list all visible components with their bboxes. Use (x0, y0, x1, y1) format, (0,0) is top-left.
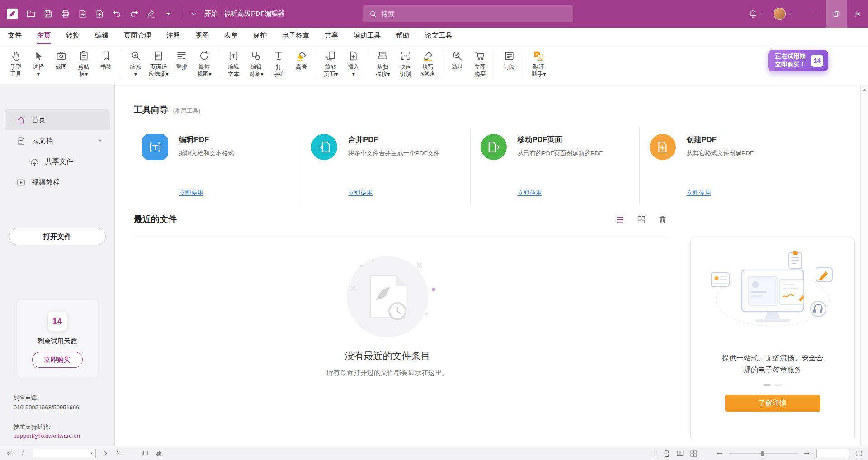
edit-object-button[interactable]: 编辑对象▾ (245, 50, 268, 79)
buy-cart-button[interactable]: 立即购买 (469, 50, 491, 79)
typewriter-button[interactable]: 打字机 (268, 50, 290, 79)
use-now-link[interactable]: 立即使用 (348, 189, 373, 197)
continuous-icon[interactable] (663, 450, 670, 457)
page-number-field[interactable] (33, 449, 90, 458)
page-number-input[interactable] (33, 449, 96, 458)
carousel-dot-1[interactable] (764, 384, 771, 386)
use-now-link[interactable]: 立即使用 (518, 189, 542, 197)
print-icon[interactable] (61, 9, 70, 19)
insert-button[interactable]: 插入▾ (342, 50, 365, 79)
search-input[interactable] (381, 10, 567, 18)
slider-thumb[interactable] (761, 451, 764, 456)
facing-icon[interactable] (676, 450, 684, 457)
menu-item-form[interactable]: 表单 (224, 28, 238, 44)
caret-down-icon[interactable] (788, 12, 793, 16)
grid-view-icon[interactable] (637, 215, 646, 224)
snapshot-button[interactable]: 截图 (50, 50, 72, 71)
menu-item-comment[interactable]: 注释 (166, 28, 180, 44)
sidebar-item-shared-files[interactable]: 共享文件 (5, 151, 110, 172)
menu-item-help[interactable]: 帮助 (396, 28, 410, 44)
learn-more-button[interactable]: 了解详情 (725, 395, 820, 412)
menu-item-esign[interactable]: 电子签章 (282, 28, 309, 44)
caret-down-icon[interactable] (98, 138, 103, 143)
edit-text-button[interactable]: 编辑文本 (222, 50, 245, 79)
facing-continuous-icon[interactable] (690, 450, 698, 457)
scanner-button[interactable]: 从扫描仪▾ (372, 50, 394, 79)
select-button[interactable]: 选择▾ (27, 50, 50, 79)
rotate-view-button[interactable]: 旋转视图▾ (193, 50, 216, 79)
hand-tool-button[interactable]: 手型工具 (5, 50, 27, 79)
minimize-button[interactable] (804, 0, 826, 28)
toolbar-chevron-icon[interactable] (189, 9, 198, 19)
zoom-in-icon[interactable] (803, 450, 811, 457)
esign-icon[interactable] (146, 9, 156, 19)
menu-item-view[interactable]: 视图 (195, 28, 209, 44)
ocr-button[interactable]: OCR快速识别 (394, 50, 417, 79)
zoom-button[interactable]: 缩放▾ (124, 50, 147, 79)
menu-item-convert[interactable]: 转换 (66, 28, 80, 44)
doc-create-icon[interactable] (95, 9, 104, 19)
carousel-dot-2[interactable] (774, 384, 782, 386)
zoom-out-icon[interactable] (716, 450, 723, 457)
sidebar-item-video-tutorials[interactable]: 视频教程 (5, 172, 110, 193)
fullscreen-icon[interactable] (855, 450, 863, 457)
fill-sign-button[interactable]: 填写&签名 (417, 50, 439, 79)
folder-open-icon[interactable] (26, 9, 36, 19)
use-now-link[interactable]: 立即使用 (687, 189, 711, 197)
trial-badge[interactable]: 正在试用期 立即购买！ 14 (768, 50, 829, 71)
buy-now-button[interactable]: 立即购买 (32, 352, 83, 368)
clipboard-button[interactable]: 剪贴板▾ (72, 50, 95, 79)
list-view-icon[interactable] (615, 215, 625, 224)
activate-button[interactable]: 激活 (446, 50, 469, 71)
use-now-link[interactable]: 立即使用 (179, 189, 203, 197)
redo-icon[interactable] (129, 9, 139, 19)
subscribe-button[interactable]: 订阅 (498, 50, 521, 71)
reflow-button[interactable]: 重排 (170, 50, 193, 71)
scroll-up-icon[interactable] (863, 87, 866, 91)
menu-item-page-organize[interactable]: 页面管理 (124, 28, 151, 44)
caret-down-icon[interactable] (90, 451, 94, 455)
menu-item-share[interactable]: 共享 (325, 28, 338, 44)
menu-item-protect[interactable]: 保护 (253, 28, 267, 44)
restore-button[interactable] (826, 0, 847, 28)
page-copy-icon[interactable] (141, 450, 149, 457)
bookmark-button[interactable]: 书签 (95, 50, 118, 71)
tool-card-create-pdf[interactable]: 创建PDF从其它格式文件创建PDF立即使用 (640, 128, 808, 204)
zoom-slider[interactable] (729, 450, 797, 457)
menu-item-accessibility[interactable]: 辅助工具 (354, 28, 381, 44)
tool-card-merge-pdf[interactable]: 合并PDF将多个文件合并生成一个PDF文件立即使用 (301, 128, 470, 204)
vertical-scrollbar[interactable] (860, 84, 868, 446)
close-button[interactable] (847, 0, 868, 28)
first-page-icon[interactable] (5, 450, 13, 457)
menu-item-file[interactable]: 文件 (8, 28, 22, 44)
sidebar-item-home[interactable]: 首页 (5, 109, 110, 130)
single-page-icon[interactable] (649, 450, 657, 457)
rotate-pages-button[interactable]: 旋转页面▾ (320, 50, 342, 79)
menu-item-home[interactable]: 主页 (37, 28, 51, 44)
caret-down-icon[interactable] (759, 12, 764, 16)
caret-down-icon[interactable] (164, 9, 173, 19)
avatar[interactable] (774, 8, 786, 20)
trash-icon[interactable] (658, 215, 667, 224)
open-file-button[interactable]: 打开文件 (9, 228, 106, 245)
zoom-value-field[interactable] (816, 449, 849, 458)
highlight-button[interactable]: 高亮 (290, 50, 313, 71)
prev-page-icon[interactable] (19, 450, 27, 457)
menu-item-paper-tools[interactable]: 论文工具 (425, 28, 452, 44)
support-email[interactable]: support@foxitsoftware.cn (14, 432, 80, 441)
bell-icon[interactable] (748, 9, 757, 19)
fit-page-button[interactable]: 页面适应选项▾ (147, 50, 170, 79)
save-icon[interactable] (43, 9, 53, 19)
search-bar[interactable] (363, 5, 573, 22)
page-overlap-icon[interactable] (155, 450, 162, 457)
sidebar-item-cloud-docs[interactable]: 云文档 (5, 130, 110, 151)
menu-item-edit[interactable]: 编辑 (95, 28, 108, 44)
translate-button[interactable]: A文翻译助手▾ (528, 50, 550, 79)
tool-card-edit-pdf[interactable]: 编辑PDF编辑文档和文本格式立即使用 (134, 128, 301, 204)
doc-export-icon[interactable] (78, 9, 87, 19)
carousel-dots[interactable] (691, 384, 854, 386)
undo-icon[interactable] (112, 9, 122, 19)
next-page-icon[interactable] (102, 450, 109, 457)
tool-card-move-pdf-pages[interactable]: 移动PDF页面从已有的PDF页面创建新的PDF立即使用 (471, 128, 640, 204)
last-page-icon[interactable] (115, 450, 123, 457)
